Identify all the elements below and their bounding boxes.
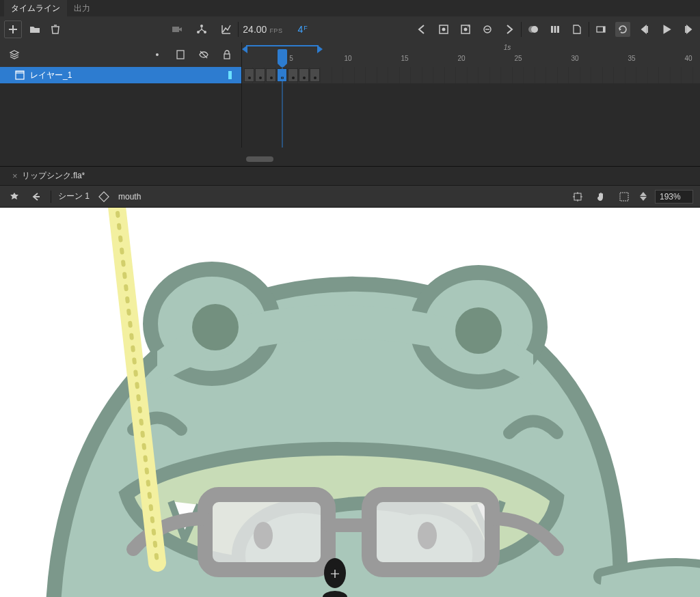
auto-keyframe-button[interactable]: A — [458, 22, 473, 37]
track-row[interactable] — [242, 67, 700, 83]
play-button[interactable] — [659, 22, 674, 37]
layers-area: レイヤー_1 — [0, 67, 700, 148]
ruler-tick-label: 25 — [514, 55, 522, 62]
breadcrumb-symbol-label: mouth — [118, 192, 141, 202]
insert-blank-keyframe-button[interactable] — [480, 22, 495, 37]
svg-point-7 — [464, 28, 468, 31]
loop-button[interactable] — [615, 22, 630, 37]
frame-suffix: F — [304, 25, 308, 31]
symbol-icon — [96, 189, 111, 204]
ruler-tick-label: 40 — [684, 55, 692, 62]
svg-point-31 — [418, 522, 437, 549]
svg-point-30 — [254, 522, 273, 549]
timeline-panel: タイムライン 出力 — [0, 0, 700, 167]
svg-point-5 — [442, 28, 446, 31]
tab-timeline[interactable]: タイムライン — [4, 0, 67, 16]
delete-button[interactable] — [48, 22, 63, 37]
stage[interactable] — [0, 208, 700, 597]
fps-value: 24.00 — [243, 24, 267, 35]
close-tab-icon[interactable]: × — [12, 171, 18, 181]
lock-column-icon[interactable] — [219, 47, 234, 62]
zoom-down-icon[interactable] — [640, 197, 647, 201]
divider — [521, 22, 522, 37]
layer-highlight-swatch[interactable] — [228, 71, 232, 79]
svg-rect-21 — [99, 191, 109, 201]
center-frame-button[interactable] — [593, 22, 608, 37]
tab-output[interactable]: 出力 — [67, 0, 97, 16]
ruler-tick-label: 35 — [628, 55, 635, 62]
fps-display[interactable]: 24.00 FPS — [243, 24, 282, 35]
playhead-line — [282, 67, 283, 148]
timeline-scrollbar[interactable] — [246, 156, 273, 162]
onion-skin-button[interactable] — [526, 22, 541, 37]
playhead[interactable] — [278, 49, 287, 64]
back-button[interactable] — [29, 189, 44, 204]
svg-point-26 — [192, 304, 239, 350]
edit-multiple-frames-button[interactable] — [548, 22, 563, 37]
layers-icon[interactable] — [7, 47, 22, 62]
outline-column-icon[interactable] — [173, 47, 188, 62]
frame-number: 4 — [297, 24, 303, 35]
document-tabs: × リップシンク.fla* — [0, 167, 700, 186]
layer-row[interactable]: レイヤー_1 — [0, 67, 241, 83]
breadcrumb-scene[interactable]: シーン 1 — [58, 191, 90, 202]
breadcrumb-symbol[interactable]: mouth — [118, 192, 141, 202]
divider — [238, 22, 239, 37]
marker-button[interactable] — [569, 22, 584, 37]
svg-text:A: A — [468, 24, 470, 28]
visibility-column-icon[interactable] — [196, 47, 211, 62]
prev-keyframe-button[interactable] — [414, 22, 429, 37]
document-filename: リップシンク.fla* — [22, 170, 85, 182]
keyframe-cell[interactable] — [244, 68, 254, 82]
ruler-tick-label: 20 — [457, 55, 465, 62]
insert-keyframe-button[interactable] — [436, 22, 451, 37]
ruler-tick-label: 30 — [571, 55, 578, 62]
step-back-button[interactable] — [637, 22, 652, 37]
ruler-row: • 1s 5 10 15 20 25 30 35 — [0, 42, 700, 67]
track-row-empty — [242, 83, 700, 148]
timeline-ruler[interactable]: 1s 5 10 15 20 25 30 35 40 — [242, 42, 700, 67]
zoom-input[interactable]: 193% — [655, 190, 693, 204]
keyframe-cell[interactable] — [266, 68, 276, 82]
camera-icon[interactable] — [170, 22, 185, 37]
keyframe-cell[interactable] — [288, 68, 298, 82]
keyframe-cell[interactable] — [299, 68, 309, 82]
svg-rect-12 — [551, 26, 553, 33]
clip-center-icon[interactable] — [570, 189, 585, 204]
svg-point-1 — [200, 25, 203, 27]
new-folder-button[interactable] — [27, 22, 42, 37]
ruler-tick-label: 10 — [344, 55, 351, 62]
highlight-column-icon[interactable]: • — [150, 47, 165, 62]
svg-rect-16 — [603, 27, 605, 32]
svg-rect-23 — [620, 193, 628, 201]
track-area[interactable] — [242, 67, 700, 148]
layer-name: レイヤー_1 — [30, 70, 72, 81]
svg-rect-18 — [224, 54, 230, 59]
breadcrumb-scene-label: シーン 1 — [58, 191, 90, 202]
add-layer-button[interactable] — [4, 20, 22, 38]
graph-icon[interactable] — [219, 22, 234, 37]
scene-menu-icon[interactable] — [7, 189, 22, 204]
zoom-stepper[interactable] — [640, 192, 647, 201]
svg-rect-17 — [177, 51, 184, 59]
svg-rect-13 — [554, 26, 556, 33]
next-keyframe-button[interactable] — [502, 22, 517, 37]
current-frame-display[interactable]: 4 F — [297, 24, 307, 35]
keyframe-cell[interactable] — [255, 68, 265, 82]
hand-tool-icon[interactable] — [593, 189, 608, 204]
document-tab[interactable]: × リップシンク.fla* — [5, 167, 92, 184]
layer-type-icon — [15, 70, 25, 80]
svg-rect-20 — [16, 71, 24, 74]
divider — [589, 22, 589, 37]
layer-header: • — [0, 42, 242, 67]
keyframe-cell[interactable] — [310, 68, 320, 82]
parenting-view-icon[interactable] — [194, 22, 209, 37]
svg-point-11 — [531, 26, 538, 33]
svg-rect-0 — [172, 27, 179, 32]
ruler-tick-label: 15 — [401, 55, 408, 62]
step-forward-button[interactable] — [681, 22, 696, 37]
zoom-up-icon[interactable] — [640, 192, 647, 196]
fit-screen-icon[interactable] — [617, 189, 632, 204]
canvas-artwork — [0, 208, 700, 597]
ruler-tick-label: 5 — [289, 55, 293, 62]
